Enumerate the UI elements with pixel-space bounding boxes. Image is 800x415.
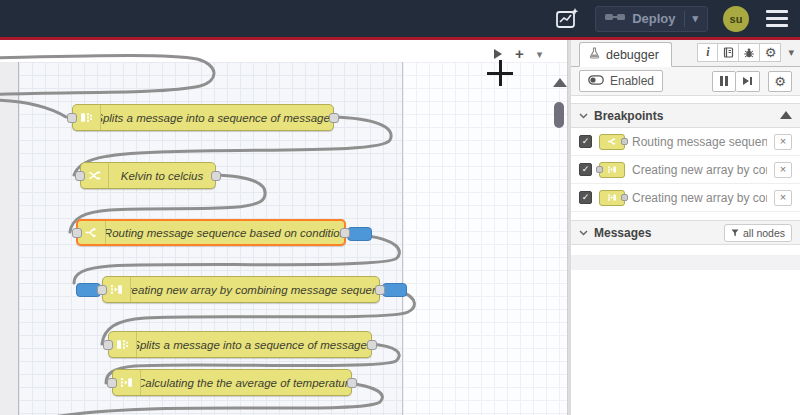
input-port[interactable] xyxy=(72,228,82,238)
settings-button[interactable]: ⚙ xyxy=(768,71,792,92)
tab-debugger[interactable]: debugger xyxy=(579,42,672,67)
input-port[interactable] xyxy=(107,378,117,388)
flask-icon xyxy=(589,47,600,62)
pause-button[interactable] xyxy=(712,71,736,92)
chevron-down-icon[interactable]: ▾ xyxy=(537,48,543,61)
split-icon xyxy=(73,105,101,130)
section-title: Breakpoints xyxy=(594,109,663,123)
crosshair-cursor xyxy=(487,60,513,86)
breakpoint-marker[interactable] xyxy=(347,227,372,241)
breakpoint-label: Creating new array by combining message … xyxy=(632,163,767,177)
gear-icon[interactable]: ⚙ xyxy=(760,43,781,62)
deploy-caret-icon[interactable]: ▾ xyxy=(692,12,698,25)
deploy-button[interactable]: Deploy ▾ xyxy=(595,6,708,32)
output-port[interactable] xyxy=(329,113,339,123)
message-list-stripe xyxy=(571,255,800,270)
change-icon xyxy=(81,163,109,188)
remove-breakpoint-button[interactable]: × xyxy=(774,190,792,206)
output-port[interactable] xyxy=(340,228,350,238)
join-icon xyxy=(113,370,141,395)
split-icon xyxy=(109,332,137,357)
plus-icon[interactable]: + xyxy=(515,47,524,61)
node-split-2[interactable]: Splits a message into a sequence of mess… xyxy=(108,331,372,358)
canvas-scroll-up-icon[interactable] xyxy=(553,78,567,87)
debugger-toolbar: Enabled ⚙ xyxy=(571,67,800,96)
breakpoints-section-header[interactable]: Breakpoints xyxy=(571,103,800,128)
chevron-down-icon xyxy=(579,113,588,119)
header-actions: Deploy ▾ su xyxy=(554,0,790,37)
node-switch-routing[interactable]: Routing message sequence based on condit… xyxy=(76,219,346,246)
filter-label: all nodes xyxy=(743,227,785,239)
message-list xyxy=(571,245,800,255)
chevron-down-icon[interactable]: ▾ xyxy=(788,46,794,59)
playback-controls xyxy=(712,71,760,92)
deploy-label: Deploy xyxy=(632,11,675,26)
breakpoint-marker[interactable] xyxy=(382,283,407,297)
tab-label: debugger xyxy=(606,48,659,62)
node-label: Kelvin to celcius xyxy=(109,163,215,188)
node-label: Splits a message into a sequence of mess… xyxy=(137,332,371,357)
enabled-label: Enabled xyxy=(610,74,654,88)
scroll-up-icon[interactable] xyxy=(780,111,792,119)
message-filter-button[interactable]: all nodes xyxy=(724,224,792,242)
node-join-average[interactable]: Calculating the the average of temperatu… xyxy=(112,369,352,396)
output-port[interactable] xyxy=(211,171,221,181)
deploy-node-icon xyxy=(605,11,625,26)
input-port[interactable] xyxy=(103,340,113,350)
output-port[interactable] xyxy=(367,340,377,350)
flow-canvas[interactable]: + ▾ Splits a message into a sequence of … xyxy=(0,40,568,415)
menu-icon[interactable] xyxy=(764,6,790,32)
breakpoint-row[interactable]: ✓ Routing message sequence based on cond… xyxy=(571,128,800,156)
info-icon[interactable]: i xyxy=(697,43,718,62)
output-port[interactable] xyxy=(347,378,357,388)
step-next-button[interactable] xyxy=(736,71,760,92)
switch-icon xyxy=(78,221,106,244)
section-title: Messages xyxy=(594,226,651,240)
output-port xyxy=(621,194,628,201)
canvas-scrollbar-thumb[interactable] xyxy=(554,102,564,128)
node-red-app: Deploy ▾ su + ▾ xyxy=(0,0,800,415)
enabled-toggle-button[interactable]: Enabled xyxy=(579,70,663,92)
step-icon[interactable] xyxy=(494,49,502,59)
input-port[interactable] xyxy=(75,171,85,181)
node-label: Routing message sequence based on condit… xyxy=(106,221,344,244)
breakpoint-row[interactable]: ✓ Creating new array by combining messag… xyxy=(571,156,800,184)
sidebar-tabbar: debugger i ⚙ ▾ xyxy=(571,40,800,67)
input-port[interactable] xyxy=(97,285,107,295)
deploy-divider xyxy=(684,11,685,27)
node-label: Creating new array by combining message … xyxy=(131,277,379,302)
breakpoint-checkbox[interactable]: ✓ xyxy=(579,135,592,148)
node-join-array[interactable]: Creating new array by combining message … xyxy=(102,276,380,303)
messages-section-header[interactable]: Messages all nodes xyxy=(571,220,800,245)
remove-breakpoint-button[interactable]: × xyxy=(774,134,792,150)
switch-node-mini-icon xyxy=(599,134,625,150)
join-icon xyxy=(103,277,131,302)
user-avatar[interactable]: su xyxy=(723,6,749,32)
node-split-1[interactable]: Splits a message into a sequence of mess… xyxy=(72,104,334,131)
sidebar: debugger i ⚙ ▾ Enabled xyxy=(571,40,800,415)
input-port[interactable] xyxy=(67,113,77,123)
breakpoint-label: Routing message sequence based on condit… xyxy=(632,135,767,149)
bug-icon[interactable] xyxy=(739,43,760,62)
node-change-kelvin[interactable]: Kelvin to celcius xyxy=(80,162,216,189)
output-port xyxy=(621,138,628,145)
chevron-down-icon xyxy=(579,230,588,236)
breakpoint-label: Creating new array by combining message … xyxy=(632,191,767,205)
deploy-status-line xyxy=(0,37,800,40)
sidebar-tab-icons: i ⚙ ▾ xyxy=(697,43,794,62)
node-label: Calculating the the average of temperatu… xyxy=(141,370,351,395)
export-flow-icon[interactable] xyxy=(554,6,580,32)
toggle-icon xyxy=(588,74,604,88)
join-node-mini-icon xyxy=(599,162,625,178)
funnel-icon xyxy=(731,229,739,237)
book-icon[interactable] xyxy=(718,43,739,62)
node-label: Splits a message into a sequence of mess… xyxy=(101,105,333,130)
input-port xyxy=(596,166,603,173)
output-port[interactable] xyxy=(375,285,385,295)
breakpoint-checkbox[interactable]: ✓ xyxy=(579,191,592,204)
header-bar: Deploy ▾ su xyxy=(0,0,800,37)
breakpoint-checkbox[interactable]: ✓ xyxy=(579,163,592,176)
breakpoint-row[interactable]: ✓ Creating new array by combining messag… xyxy=(571,184,800,212)
join-node-mini-icon xyxy=(599,190,625,206)
remove-breakpoint-button[interactable]: × xyxy=(774,162,792,178)
